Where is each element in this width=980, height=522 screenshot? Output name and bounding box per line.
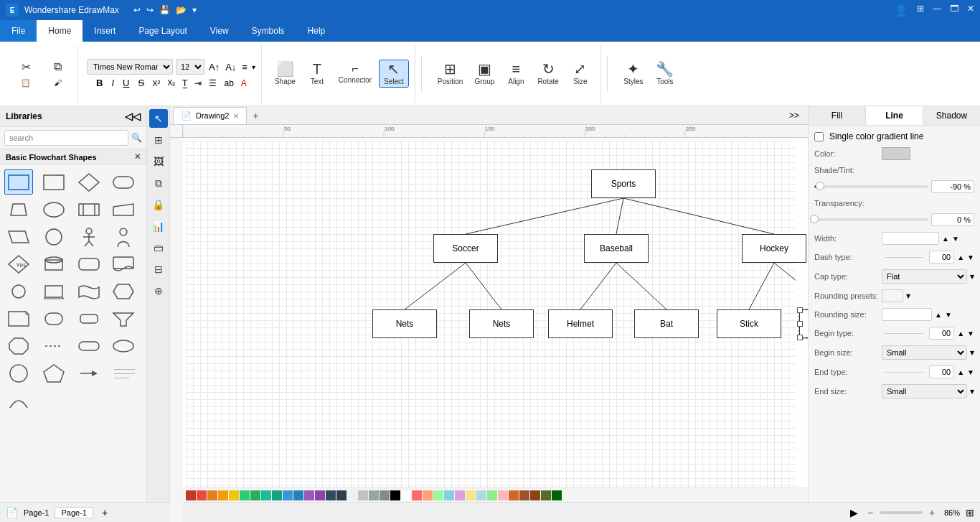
side-chart-button[interactable]: 📊 bbox=[149, 217, 168, 236]
color-swatch[interactable] bbox=[412, 490, 422, 500]
collapse-libraries-button[interactable]: ◁◁ bbox=[125, 111, 141, 122]
shape-parallelogram[interactable] bbox=[4, 224, 33, 249]
color-swatch[interactable] bbox=[186, 490, 196, 500]
shape-line[interactable] bbox=[39, 333, 68, 358]
underline-button[interactable]: U bbox=[120, 78, 132, 88]
format-painter[interactable]: 🖌 bbox=[43, 78, 72, 88]
resize-handle-ml[interactable] bbox=[797, 321, 803, 327]
shape-note[interactable] bbox=[4, 306, 33, 331]
begin-type-up[interactable]: ▲ bbox=[957, 330, 964, 337]
shape-rect-shadow[interactable] bbox=[39, 279, 68, 304]
diagram-node-baseball[interactable]: Baseball bbox=[584, 234, 649, 263]
tab-close-button[interactable]: ✕ bbox=[233, 112, 239, 120]
color-swatch[interactable] bbox=[218, 490, 228, 500]
shape-pill[interactable] bbox=[75, 333, 103, 358]
color-swatch[interactable] bbox=[541, 490, 551, 500]
menu-file[interactable]: File bbox=[0, 20, 37, 42]
text-ab-button[interactable]: ab bbox=[222, 78, 235, 88]
zoom-in-button[interactable]: + bbox=[925, 507, 938, 518]
more-icon[interactable]: ▾ bbox=[192, 5, 197, 15]
bold-button[interactable]: B bbox=[93, 78, 105, 88]
color-swatch[interactable] bbox=[380, 490, 390, 500]
color-swatch[interactable] bbox=[229, 490, 239, 500]
resize-handle-bl[interactable] bbox=[797, 335, 803, 340]
save-icon[interactable]: 💾 bbox=[159, 5, 170, 15]
menu-symbols[interactable]: Symbols bbox=[240, 20, 296, 42]
search-input[interactable] bbox=[4, 130, 128, 146]
dash-type-input[interactable] bbox=[929, 251, 954, 264]
color-swatch[interactable] bbox=[347, 490, 357, 500]
color-picker-button[interactable] bbox=[882, 147, 910, 160]
transparency-value-input[interactable] bbox=[931, 213, 974, 226]
tab-drawing2[interactable]: 📄 Drawing2 ✕ bbox=[173, 107, 247, 124]
diagram-node-hockey[interactable]: Hockey bbox=[742, 234, 806, 263]
font-size-select[interactable]: 12 bbox=[176, 59, 204, 75]
shape-circle[interactable] bbox=[39, 224, 68, 249]
color-swatch[interactable] bbox=[240, 490, 250, 500]
text-align-dropdown[interactable]: ▾ bbox=[252, 63, 255, 71]
width-up-button[interactable]: ▲ bbox=[942, 235, 949, 243]
canvas-wrapper[interactable]: SportsSoccerBaseballHockeyNetsNetsHelmet… bbox=[183, 138, 808, 488]
styles-button[interactable]: ✦ Styles bbox=[619, 60, 648, 87]
text-align-button[interactable]: ≡ bbox=[240, 62, 249, 73]
shape-manual-input[interactable] bbox=[109, 197, 138, 222]
end-type-input[interactable] bbox=[929, 365, 954, 378]
diagram-node-nets1[interactable]: Nets bbox=[372, 309, 437, 338]
color-swatch[interactable] bbox=[315, 490, 325, 500]
diagram-node-helmet[interactable]: Helmet bbox=[548, 309, 613, 338]
text-style-button[interactable]: T̲ bbox=[180, 78, 189, 88]
color-swatch[interactable] bbox=[530, 490, 540, 500]
bullet-indent-button[interactable]: ⇥ bbox=[192, 78, 204, 88]
side-connect-button[interactable]: ⊕ bbox=[149, 281, 168, 300]
diagram-node-nets2[interactable]: Nets bbox=[469, 309, 534, 338]
paste-button[interactable]: 📋 bbox=[11, 78, 40, 88]
collapse-right-panel[interactable]: >> bbox=[783, 111, 805, 121]
cap-type-select[interactable]: Flat bbox=[882, 269, 967, 284]
close-button[interactable]: ✕ bbox=[967, 4, 974, 17]
diagram-node-stick[interactable]: Stick bbox=[717, 309, 781, 338]
end-type-up[interactable]: ▲ bbox=[957, 368, 964, 376]
color-swatch[interactable] bbox=[304, 490, 314, 500]
color-swatch[interactable] bbox=[197, 490, 207, 500]
shape-diamond[interactable] bbox=[75, 169, 103, 195]
fit-page-button[interactable]: ⊞ bbox=[966, 507, 974, 518]
shape-arc[interactable] bbox=[4, 388, 33, 413]
width-value-input[interactable]: 0.75 pt bbox=[882, 232, 939, 245]
rounding-presets-preview[interactable] bbox=[882, 289, 903, 302]
group-button[interactable]: ▣ Group bbox=[470, 60, 499, 87]
open-icon[interactable]: 📂 bbox=[176, 5, 187, 15]
color-swatch[interactable] bbox=[498, 490, 508, 500]
color-swatch[interactable] bbox=[261, 490, 271, 500]
italic-button[interactable]: I bbox=[108, 78, 117, 88]
color-swatch[interactable] bbox=[369, 490, 379, 500]
side-grid-button[interactable]: ⊞ bbox=[149, 131, 168, 149]
shape-document[interactable] bbox=[109, 251, 138, 276]
side-lock-button[interactable]: 🔒 bbox=[149, 195, 168, 214]
undo-button[interactable]: ↩ bbox=[133, 5, 141, 15]
color-swatch[interactable] bbox=[283, 490, 293, 500]
shape-ellipse[interactable] bbox=[39, 197, 68, 222]
redo-button[interactable]: ↪ bbox=[146, 5, 154, 15]
size-button[interactable]: ⤢ Size bbox=[566, 60, 595, 87]
shape-rectangle[interactable] bbox=[39, 169, 68, 195]
rotate-button[interactable]: ↻ Rotate bbox=[533, 60, 562, 87]
page-tab[interactable]: Page-1 bbox=[55, 507, 93, 518]
font-color-button[interactable]: A bbox=[239, 78, 249, 88]
diagram-node-bat[interactable]: Bat bbox=[634, 309, 699, 338]
shape-tape[interactable] bbox=[75, 279, 103, 304]
side-table-button[interactable]: 🗃 bbox=[149, 238, 168, 257]
play-button[interactable]: ▶ bbox=[850, 507, 858, 518]
begin-type-input[interactable] bbox=[929, 327, 954, 340]
rounding-presets-dropdown[interactable]: ▾ bbox=[906, 291, 910, 301]
shape-stadium[interactable] bbox=[75, 306, 103, 331]
transparency-slider[interactable] bbox=[814, 218, 928, 221]
shape-octagon[interactable] bbox=[4, 333, 33, 358]
dash-down-button[interactable]: ▼ bbox=[967, 253, 974, 261]
shade-slider[interactable] bbox=[814, 185, 928, 188]
color-swatch[interactable] bbox=[552, 490, 562, 500]
side-layers-button[interactable]: ⧉ bbox=[149, 174, 168, 192]
dash-up-button[interactable]: ▲ bbox=[957, 253, 964, 261]
shape-arrow[interactable] bbox=[75, 360, 103, 386]
shape-rectangle-selected[interactable] bbox=[4, 169, 33, 195]
shape-trapezoid[interactable] bbox=[4, 197, 33, 222]
